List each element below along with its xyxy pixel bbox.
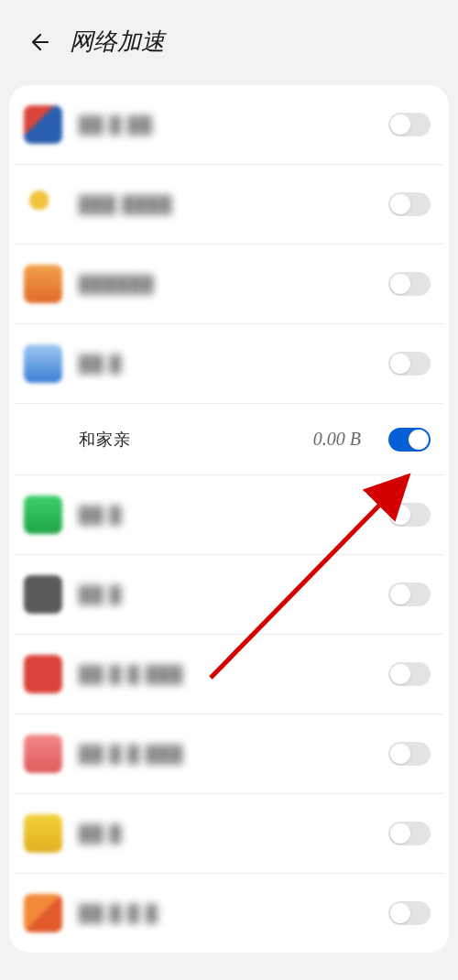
app-row: ██████ <box>15 245 443 324</box>
app-icon <box>24 265 62 303</box>
app-row: 和家亲0.00 B <box>15 404 443 475</box>
app-label: ███ ████ <box>79 195 372 214</box>
toggle-switch[interactable] <box>388 742 431 766</box>
toggle-knob <box>390 744 410 764</box>
app-icon <box>24 495 62 534</box>
toggle-knob <box>409 430 429 450</box>
toggle-knob <box>390 354 410 374</box>
app-icon <box>24 575 62 614</box>
toggle-switch[interactable] <box>388 822 431 845</box>
toggle-switch[interactable] <box>388 428 431 452</box>
toggle-switch[interactable] <box>388 583 431 606</box>
app-label: ██ █ <box>79 585 372 604</box>
back-button[interactable] <box>26 29 51 55</box>
toggle-switch[interactable] <box>388 503 431 527</box>
toggle-switch[interactable] <box>388 113 431 136</box>
app-row: ██ █ █ ███ <box>15 714 443 794</box>
app-label: ██ █ <box>79 354 372 374</box>
toggle-switch[interactable] <box>388 272 431 296</box>
app-label: ██ █ <box>79 824 372 844</box>
app-label: ██ █ <box>79 506 372 525</box>
arrow-left-icon <box>27 31 49 53</box>
toggle-knob <box>390 584 410 604</box>
toggle-knob <box>390 194 410 214</box>
app-row: ██ █ █ ███ <box>15 635 443 714</box>
app-label: ██ █ █ █ <box>79 904 372 923</box>
page-title: 网络加速 <box>70 26 165 58</box>
app-list: ██ █ █████ ████████████ █和家亲0.00 B██ ███… <box>9 85 449 953</box>
toggle-knob <box>390 664 410 684</box>
app-icon <box>24 814 62 853</box>
app-label: ██ █ █ ███ <box>79 665 372 684</box>
app-icon <box>24 735 62 773</box>
data-usage-value: 0.00 B <box>313 429 361 450</box>
toggle-switch[interactable] <box>388 901 431 925</box>
header: 网络加速 <box>0 0 458 76</box>
toggle-switch[interactable] <box>388 352 431 376</box>
app-label: 和家亲 <box>79 429 297 451</box>
toggle-knob <box>390 903 410 923</box>
app-row: ███ ████ <box>15 165 443 245</box>
app-row: ██ █ <box>15 324 443 404</box>
toggle-knob <box>390 505 410 525</box>
app-row: ██ █ <box>15 555 443 635</box>
app-row: ██ █ <box>15 475 443 555</box>
app-label: ██ █ ██ <box>79 115 372 135</box>
app-icon <box>24 185 62 223</box>
app-row: ██ █ <box>15 794 443 874</box>
toggle-knob <box>390 274 410 294</box>
app-icon <box>24 105 62 144</box>
app-row: ██ █ █ █ <box>15 874 443 953</box>
app-icon <box>24 655 62 693</box>
app-icon <box>24 894 62 932</box>
toggle-knob <box>390 114 410 135</box>
toggle-switch[interactable] <box>388 192 431 216</box>
toggle-knob <box>390 823 410 844</box>
app-label: ██████ <box>79 275 372 294</box>
app-row: ██ █ ██ <box>15 85 443 165</box>
app-label: ██ █ █ ███ <box>79 745 372 764</box>
toggle-switch[interactable] <box>388 662 431 686</box>
app-icon <box>24 344 62 383</box>
